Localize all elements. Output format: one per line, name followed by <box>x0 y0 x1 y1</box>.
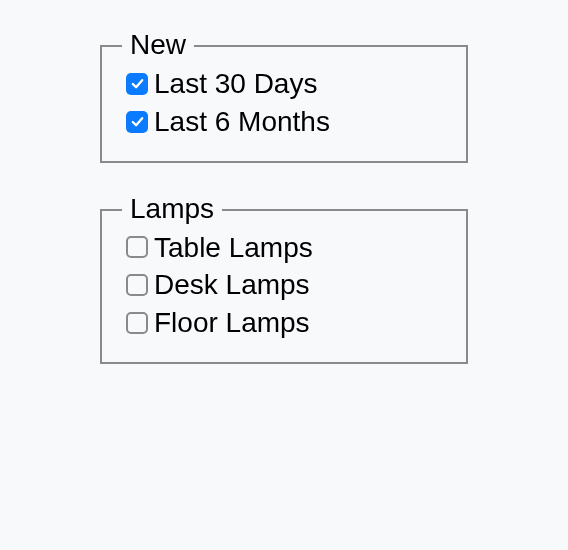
checkbox-unchecked-icon <box>126 274 148 296</box>
option-label: Last 30 Days <box>154 65 317 103</box>
fieldset-lamps: Lamps Table Lamps Desk Lamps Floor Lamps <box>100 209 468 364</box>
option-floor-lamps[interactable]: Floor Lamps <box>126 304 442 342</box>
option-label: Desk Lamps <box>154 266 310 304</box>
fieldset-new: New Last 30 Days Last 6 Months <box>100 45 468 163</box>
option-label: Table Lamps <box>154 229 313 267</box>
option-last-6-months[interactable]: Last 6 Months <box>126 103 442 141</box>
option-desk-lamps[interactable]: Desk Lamps <box>126 266 442 304</box>
option-label: Last 6 Months <box>154 103 330 141</box>
checkbox-unchecked-icon <box>126 312 148 334</box>
checkbox-checked-icon <box>126 73 148 95</box>
checkbox-checked-icon <box>126 111 148 133</box>
legend-lamps: Lamps <box>122 193 222 225</box>
checkbox-unchecked-icon <box>126 236 148 258</box>
option-label: Floor Lamps <box>154 304 310 342</box>
option-table-lamps[interactable]: Table Lamps <box>126 229 442 267</box>
legend-new: New <box>122 29 194 61</box>
option-last-30-days[interactable]: Last 30 Days <box>126 65 442 103</box>
